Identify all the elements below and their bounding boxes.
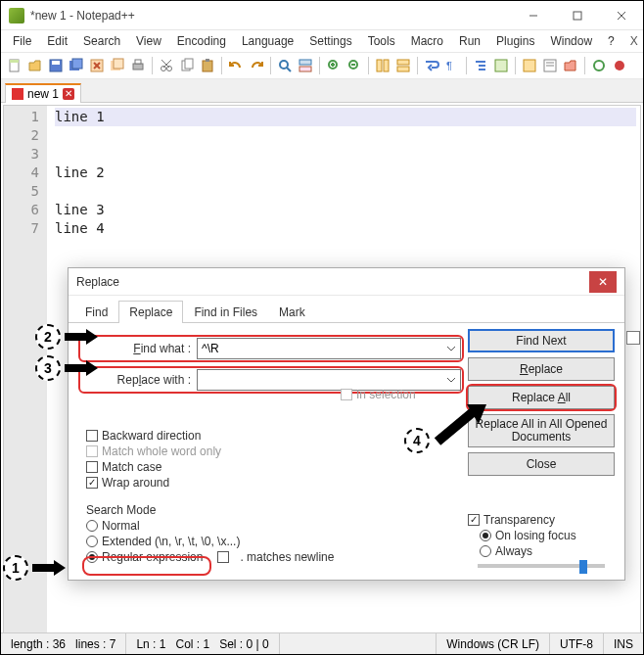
svg-rect-34: [377, 60, 382, 71]
transparency-slider[interactable]: [478, 564, 605, 568]
in-selection-checkbox: In selection: [341, 388, 416, 401]
svg-rect-35: [384, 60, 389, 71]
wrap-around-checkbox[interactable]: Wrap around: [86, 476, 615, 490]
open-file-icon[interactable]: [25, 56, 45, 75]
menu-help[interactable]: ?: [600, 32, 622, 50]
dialog-close-button[interactable]: ✕: [589, 271, 617, 293]
close-dialog-button[interactable]: Close: [468, 452, 615, 476]
svg-rect-16: [135, 60, 141, 64]
document-tab-bar: new 1 ✕: [1, 79, 643, 103]
find-icon[interactable]: [275, 56, 295, 75]
dialog-tabs: Find Replace Find in Files Mark: [69, 296, 624, 323]
replace-button[interactable]: Replace: [468, 357, 615, 381]
svg-rect-36: [397, 60, 409, 65]
always-radio[interactable]: Always: [480, 544, 615, 558]
replace-all-button[interactable]: Replace All: [468, 386, 615, 409]
svg-point-18: [167, 67, 172, 71]
menu-bar: File Edit Search View Encoding Language …: [1, 30, 643, 52]
replace-all-opened-button[interactable]: Replace All in All Opened Documents: [468, 414, 615, 447]
lang-icon[interactable]: [491, 56, 511, 75]
svg-rect-43: [524, 60, 535, 71]
undo-icon[interactable]: [226, 56, 246, 75]
paste-icon[interactable]: [198, 56, 217, 75]
save-all-icon[interactable]: [67, 56, 86, 75]
menu-search[interactable]: Search: [75, 32, 128, 50]
menu-tools[interactable]: Tools: [360, 32, 403, 50]
menu-file[interactable]: File: [5, 32, 39, 50]
wrap-icon[interactable]: [422, 56, 441, 75]
tab-find[interactable]: Find: [74, 301, 118, 323]
tab-close-icon[interactable]: ✕: [63, 88, 74, 100]
svg-point-48: [615, 61, 624, 70]
menu-run[interactable]: Run: [451, 32, 488, 50]
maximize-button[interactable]: [555, 2, 599, 29]
dialog-title: Replace: [76, 275, 589, 289]
chevron-down-icon[interactable]: [444, 341, 458, 356]
print-icon[interactable]: [128, 56, 148, 75]
tab-label: new 1: [27, 87, 59, 101]
find-what-input[interactable]: ^\R: [197, 338, 461, 359]
new-file-icon[interactable]: [5, 56, 24, 75]
menu-edit[interactable]: Edit: [39, 32, 75, 50]
status-mode[interactable]: INS: [604, 633, 643, 654]
line-number-gutter: 1 2 3 4 5 6 7: [4, 106, 47, 652]
document-tab[interactable]: new 1 ✕: [5, 83, 81, 103]
minimize-button[interactable]: [511, 2, 555, 29]
menu-plugins[interactable]: Plugins: [488, 32, 542, 50]
menu-view[interactable]: View: [128, 32, 169, 50]
svg-rect-9: [72, 59, 82, 69]
close-file-icon[interactable]: [87, 56, 107, 75]
find-what-value: ^\R: [202, 342, 219, 355]
replace-icon[interactable]: [296, 56, 315, 75]
zoom-in-icon[interactable]: [324, 56, 344, 75]
sync-v-icon[interactable]: [373, 56, 392, 75]
cut-icon[interactable]: [157, 56, 176, 75]
tab-replace[interactable]: Replace: [118, 301, 183, 323]
replace-with-label: Replace with :: [81, 373, 197, 387]
redo-icon[interactable]: [247, 56, 266, 75]
copy-icon[interactable]: [177, 56, 197, 75]
svg-text:¶: ¶: [446, 60, 452, 71]
window-controls: [511, 2, 643, 29]
menu-macro[interactable]: Macro: [403, 32, 451, 50]
menu-window[interactable]: Window: [542, 32, 600, 50]
svg-rect-23: [203, 61, 212, 71]
title-bar: *new 1 - Notepad++: [1, 1, 643, 30]
svg-rect-27: [299, 60, 311, 65]
dialog-title-bar[interactable]: Replace ✕: [69, 268, 624, 296]
save-icon[interactable]: [46, 56, 66, 75]
zoom-out-icon[interactable]: [345, 56, 364, 75]
record-icon[interactable]: [610, 56, 629, 75]
direction-toggle-checkbox[interactable]: [626, 331, 640, 345]
on-losing-focus-radio[interactable]: On losing focus: [480, 529, 615, 542]
svg-rect-1: [574, 12, 581, 20]
tab-find-in-files[interactable]: Find in Files: [183, 301, 268, 323]
indent-guide-icon[interactable]: [471, 56, 490, 75]
status-eol[interactable]: Windows (CR LF): [437, 633, 550, 654]
monitor-icon[interactable]: [589, 56, 609, 75]
status-encoding[interactable]: UTF-8: [550, 633, 604, 654]
svg-rect-28: [299, 67, 311, 71]
sync-h-icon[interactable]: [393, 56, 413, 75]
transparency-group: Transparency On losing focus Always: [468, 511, 615, 570]
show-all-icon[interactable]: ¶: [442, 56, 462, 75]
close-all-icon[interactable]: [108, 56, 127, 75]
menu-x[interactable]: X: [622, 32, 644, 50]
svg-line-26: [287, 68, 291, 71]
svg-rect-42: [495, 60, 507, 71]
replace-with-input[interactable]: [197, 369, 461, 391]
close-button[interactable]: [599, 2, 643, 29]
tab-mark[interactable]: Mark: [268, 301, 316, 323]
svg-rect-37: [397, 67, 409, 71]
menu-settings[interactable]: Settings: [301, 32, 359, 50]
app-icon: [9, 8, 24, 23]
chevron-down-icon[interactable]: [444, 372, 458, 388]
folder-panel-icon[interactable]: [561, 56, 580, 75]
menu-language[interactable]: Language: [234, 32, 301, 50]
transparency-checkbox[interactable]: Transparency: [468, 513, 615, 527]
doc-map-icon[interactable]: [520, 56, 539, 75]
matches-newline-checkbox[interactable]: [217, 551, 229, 563]
func-list-icon[interactable]: [540, 56, 560, 75]
menu-encoding[interactable]: Encoding: [169, 32, 234, 50]
find-next-button[interactable]: Find Next: [468, 329, 615, 352]
